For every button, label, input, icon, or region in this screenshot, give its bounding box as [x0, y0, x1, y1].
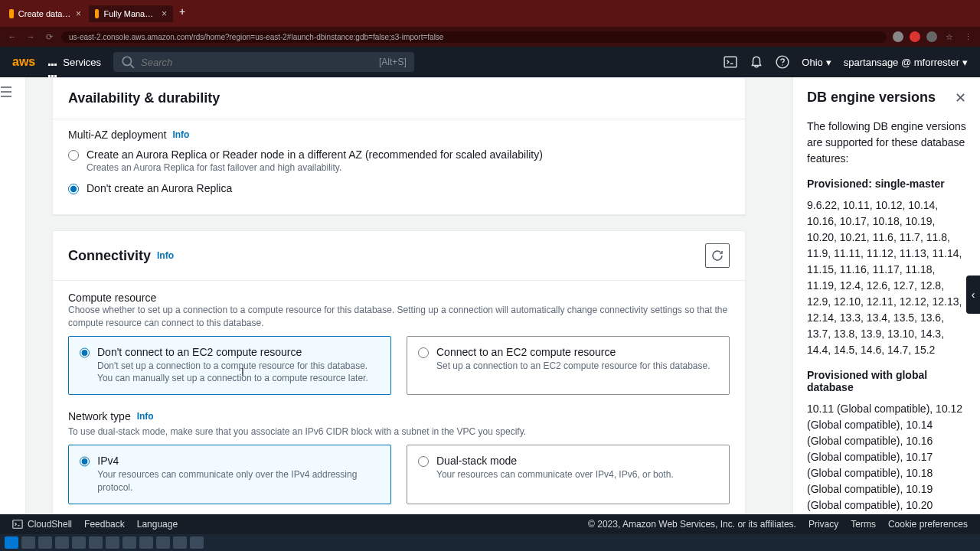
extension-icon[interactable]	[893, 31, 903, 42]
card-desc: Your resources can communicate over IPv4…	[436, 468, 674, 481]
services-label: Services	[63, 57, 101, 68]
network-option-dual-stack[interactable]: Dual-stack mode Your resources can commu…	[407, 445, 730, 504]
help-icon[interactable]	[776, 55, 789, 69]
side-panel-title: DB engine versions	[807, 90, 936, 106]
content-area: Availability & durability Multi-AZ deplo…	[26, 77, 792, 514]
user-label: spartansage @ mforrester	[844, 57, 959, 68]
info-link[interactable]: Info	[172, 129, 189, 140]
info-link[interactable]: Info	[137, 411, 154, 422]
compute-resource-label: Compute resource	[68, 292, 730, 304]
tab-favicon	[9, 9, 14, 18]
refresh-button[interactable]	[705, 243, 730, 268]
taskbar-item[interactable]	[21, 536, 35, 549]
availability-body: Multi-AZ deployment Info Create an Auror…	[53, 129, 745, 214]
taskbar-item[interactable]	[55, 536, 69, 549]
radio-label: Create an Aurora Replica or Reader node …	[87, 148, 543, 161]
card-title: Dual-stack mode	[436, 455, 674, 467]
refresh-icon	[711, 249, 724, 262]
info-link[interactable]: Info	[157, 250, 174, 261]
radio-input[interactable]	[418, 456, 429, 467]
search-icon	[121, 55, 135, 69]
radio-input[interactable]	[68, 150, 79, 161]
tab-favicon	[95, 9, 99, 18]
radio-input[interactable]	[80, 347, 90, 358]
cloudshell-button[interactable]: CloudShell	[12, 519, 72, 530]
terms-link[interactable]: Terms	[851, 519, 876, 530]
url-input[interactable]: us-east-2.console.aws.amazon.com/rds/hom…	[61, 31, 887, 43]
side-subhead-global: Provisioned with global database	[807, 369, 966, 393]
taskbar-item[interactable]	[122, 536, 136, 549]
aws-footer: CloudShell Feedback Language © 2023, Ama…	[0, 514, 980, 534]
region-selector[interactable]: Ohio ▾	[802, 57, 831, 68]
language-link[interactable]: Language	[137, 519, 178, 530]
search-input[interactable]	[141, 57, 373, 68]
close-icon[interactable]: ✕	[955, 90, 966, 106]
chevron-down-icon: ▾	[826, 57, 831, 68]
cloudshell-label: CloudShell	[28, 519, 72, 530]
extension-icon[interactable]	[910, 31, 920, 42]
menu-icon[interactable]: ⋮	[962, 32, 974, 42]
taskbar-item[interactable]	[72, 536, 86, 549]
multi-az-option-create-replica[interactable]: Create an Aurora Replica or Reader node …	[68, 144, 730, 178]
hamburger-icon[interactable]	[0, 86, 12, 97]
availability-panel: Availability & durability Multi-AZ deplo…	[52, 77, 746, 215]
taskbar-item[interactable]	[38, 536, 52, 549]
cookies-link[interactable]: Cookie preferences	[888, 519, 968, 530]
grid-icon	[47, 57, 58, 67]
close-icon[interactable]: ×	[76, 8, 81, 19]
tab-title: Create database - RDS Ma...	[18, 9, 71, 18]
taskbar-item[interactable]	[173, 536, 187, 549]
taskbar-item[interactable]	[190, 536, 204, 549]
collapse-panel-handle[interactable]: ‹	[966, 276, 980, 314]
region-label: Ohio	[802, 57, 822, 68]
network-option-ipv4[interactable]: IPv4 Your resources can communicate only…	[68, 445, 391, 504]
url-bar: ← → ⟳ us-east-2.console.aws.amazon.com/r…	[0, 27, 980, 47]
privacy-link[interactable]: Privacy	[808, 519, 838, 530]
taskbar-item[interactable]	[139, 536, 153, 549]
bookmark-icon[interactable]: ☆	[943, 32, 956, 42]
taskbar-item[interactable]	[156, 536, 170, 549]
radio-label: Don't create an Aurora Replica	[87, 182, 232, 194]
compute-option-dont-connect[interactable]: Don't connect to an EC2 compute resource…	[68, 336, 391, 396]
form-column: Availability & durability Multi-AZ deplo…	[26, 77, 746, 499]
radio-hint: Creates an Aurora Replica for fast failo…	[87, 162, 543, 173]
taskbar-item[interactable]	[106, 536, 119, 549]
user-menu[interactable]: spartansage @ mforrester ▾	[844, 57, 968, 68]
browser-chrome: Create database - RDS Ma... × Fully Mana…	[0, 0, 980, 27]
back-icon[interactable]: ←	[6, 32, 18, 41]
radio-input[interactable]	[68, 184, 79, 194]
card-title: Don't connect to an EC2 compute resource	[97, 346, 380, 358]
search-hint: [Alt+S]	[379, 57, 407, 67]
side-versions-global: 10.11 (Global compatible), 10.12 (Global…	[807, 401, 966, 514]
feedback-link[interactable]: Feedback	[84, 519, 125, 530]
tab-title: Fully Managed Relational Dat...	[103, 9, 157, 18]
multi-az-label: Multi-AZ deployment	[68, 129, 166, 141]
card-title: IPv4	[97, 455, 380, 467]
compute-resource-desc: Choose whether to set up a connection to…	[68, 304, 730, 330]
cloudshell-icon	[12, 519, 23, 530]
radio-input[interactable]	[418, 347, 429, 358]
taskbar-item[interactable]	[89, 536, 103, 549]
start-icon[interactable]	[5, 536, 18, 549]
refresh-icon[interactable]: ⟳	[43, 32, 55, 42]
multi-az-option-no-replica[interactable]: Don't create an Aurora Replica	[68, 178, 730, 199]
radio-input[interactable]	[80, 456, 90, 467]
bell-icon[interactable]	[750, 55, 763, 69]
chevron-down-icon: ▾	[962, 57, 968, 68]
browser-tab-active[interactable]: Create database - RDS Ma... ×	[3, 5, 87, 22]
services-button[interactable]: Services	[47, 57, 101, 68]
close-icon[interactable]: ×	[162, 8, 167, 19]
new-tab-button[interactable]: +	[175, 5, 190, 22]
panel-title: Connectivity	[68, 248, 151, 264]
search-box[interactable]: [Alt+S]	[113, 52, 414, 72]
aws-logo[interactable]: aws	[12, 55, 35, 69]
connectivity-panel: Connectivity Info Compute resource Choos…	[52, 230, 746, 514]
compute-option-connect-ec2[interactable]: Connect to an EC2 compute resource Set u…	[407, 336, 730, 396]
browser-tab[interactable]: Fully Managed Relational Dat... ×	[89, 5, 173, 22]
copyright-text: © 2023, Amazon Web Services, Inc. or its…	[588, 519, 796, 530]
cloudshell-icon[interactable]	[724, 55, 737, 69]
collapsed-sidebar	[0, 77, 26, 514]
forward-icon[interactable]: →	[24, 32, 37, 41]
card-desc: Set up a connection to an EC2 compute re…	[436, 360, 710, 373]
extension-icon[interactable]	[926, 31, 937, 42]
